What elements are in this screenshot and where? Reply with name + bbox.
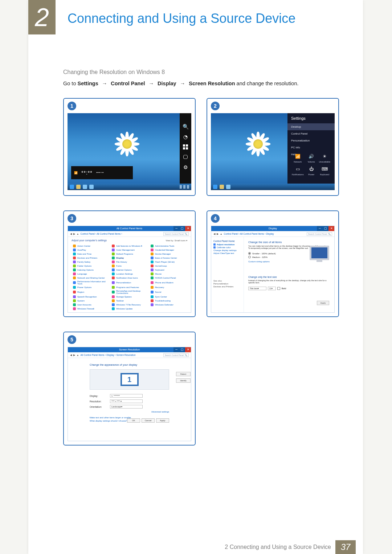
cp-item[interactable]: Flash Player (32-bit)	[151, 260, 186, 263]
cp-item[interactable]: Action Center	[73, 245, 108, 247]
cp-item[interactable]: Notification Area Icons	[112, 276, 147, 279]
cp-item[interactable]: Storage Spaces	[112, 295, 147, 298]
tile-power[interactable]: ⏻Power	[307, 166, 316, 176]
cp-item[interactable]: AutoPlay	[73, 249, 108, 251]
close-button[interactable]: ✕	[185, 347, 191, 352]
cp-item[interactable]: Troubleshooting	[151, 299, 186, 302]
cp-item[interactable]: Family Safety	[73, 260, 108, 263]
maximize-button[interactable]: ▢	[179, 347, 185, 352]
cp-item[interactable]: Folder Options	[73, 264, 108, 267]
item-select[interactable]: Title bars ▾	[248, 287, 266, 290]
cp-item[interactable]: Network and Sharing Center	[73, 276, 108, 279]
tile-network[interactable]: 📶Network	[292, 153, 304, 163]
cp-item[interactable]: Display	[112, 257, 147, 259]
cp-item[interactable]: RemoteApp and Desktop Connections	[112, 290, 147, 294]
cp-item[interactable]: Programs and Features	[112, 286, 147, 289]
ok-button[interactable]: OK	[127, 418, 140, 423]
settings-item-desktop[interactable]: Desktop	[287, 123, 335, 130]
close-button[interactable]: ✕	[185, 226, 191, 231]
search-box[interactable]: Search Control Panel 🔍	[307, 232, 332, 236]
breadcrumb[interactable]: Control Panel › All Control Panel Items …	[224, 233, 274, 235]
cp-item[interactable]: Date and Time	[73, 253, 108, 255]
minimize-button[interactable]: ─	[173, 226, 179, 231]
monitor-preview[interactable]: 1	[121, 373, 139, 386]
nav-fwd-icon[interactable]: ▶	[73, 233, 75, 235]
tile-brightness[interactable]: ☀Unavailable	[319, 153, 330, 163]
start-icon[interactable]	[183, 144, 188, 149]
cp-item[interactable]: Sound	[151, 290, 186, 294]
nav-back-icon[interactable]: ◀	[213, 233, 215, 235]
sidebar-adjust-resolution[interactable]: Adjust resolution	[213, 243, 241, 246]
orientation-select[interactable]: Landscape ▾	[110, 405, 143, 409]
tile-notifications[interactable]: ▭Notifications	[292, 166, 304, 176]
settings-item-personalization[interactable]: Personalization	[287, 137, 335, 144]
settings-icon[interactable]: ⚙	[183, 165, 188, 170]
nav-up-icon[interactable]: ▲	[220, 233, 222, 235]
devices-icon[interactable]: 🖵	[183, 155, 188, 160]
cp-item[interactable]: Recovery	[151, 286, 186, 289]
breadcrumb[interactable]: All Control Panel Items › Display › Scre…	[80, 354, 135, 356]
cancel-button[interactable]: Cancel	[142, 418, 155, 423]
identify-button[interactable]: Identify	[176, 378, 191, 383]
cp-item[interactable]: Windows Defender	[151, 303, 186, 306]
tile-volume[interactable]: 🔊Volume	[307, 153, 316, 163]
view-by[interactable]: View by: Small icons ▾	[166, 239, 187, 242]
cp-item[interactable]: File History	[112, 260, 147, 263]
display-select[interactable]: 1. ********	[110, 394, 143, 398]
nav-fwd-icon[interactable]: ▶	[73, 354, 75, 357]
detect-button[interactable]: Detect	[176, 372, 191, 376]
taskbar-app-icon[interactable]	[89, 185, 94, 189]
cp-item[interactable]: Keyboard	[151, 268, 186, 271]
ie-icon[interactable]	[213, 185, 217, 189]
cp-item[interactable]: Performance Information and Tools	[73, 280, 108, 285]
tile-keyboard[interactable]: ⌨Keyboard	[319, 166, 330, 176]
cp-item[interactable]: Devices and Printers	[73, 257, 108, 259]
cp-item[interactable]: Default Programs	[112, 253, 147, 255]
tray-icon[interactable]	[187, 185, 189, 189]
cp-item[interactable]: Administrative Tools	[151, 245, 186, 247]
maximize-button[interactable]: ▢	[323, 226, 328, 231]
search-box[interactable]: Search Control Panel 🔍	[163, 353, 189, 357]
bold-checkbox[interactable]	[277, 287, 280, 290]
cp-item[interactable]: Region	[73, 290, 108, 294]
cp-item[interactable]: User Accounts	[73, 303, 108, 306]
search-box[interactable]: Search Control Panel 🔍	[163, 232, 189, 236]
settings-item-control-panel[interactable]: Control Panel	[287, 130, 335, 137]
close-button[interactable]: ✕	[328, 226, 334, 231]
taskbar-app-icon[interactable]	[226, 185, 230, 189]
cp-item[interactable]: HomeGroup	[151, 264, 186, 267]
minimize-button[interactable]: ─	[173, 347, 179, 352]
see-also-devices[interactable]: Devices and Printers	[213, 286, 241, 288]
taskbar-app-icon[interactable]	[83, 185, 87, 189]
apply-button[interactable]: Apply	[156, 418, 169, 423]
advanced-settings-link[interactable]: Advanced settings	[90, 411, 169, 413]
resolution-select[interactable]: **** × **** ▾	[110, 399, 143, 403]
cp-item[interactable]: Device Manager	[151, 253, 186, 255]
cp-item[interactable]: Fonts	[112, 264, 147, 267]
cp-item[interactable]: Windows Update	[112, 307, 147, 310]
nav-up-icon[interactable]: ▲	[77, 233, 79, 235]
share-icon[interactable]: ◔	[183, 134, 188, 139]
cp-item[interactable]: Speech Recognition	[73, 295, 108, 298]
size-select[interactable]: 11 ▾	[268, 287, 276, 290]
sidebar-change-display[interactable]: Change display settings	[213, 249, 241, 251]
apply-button[interactable]: Apply	[317, 301, 329, 305]
cp-item[interactable]: Location Settings	[112, 272, 147, 275]
nav-fwd-icon[interactable]: ▶	[217, 233, 219, 235]
sidebar-calibrate-color[interactable]: Calibrate color	[213, 246, 241, 249]
tray-icon[interactable]	[180, 185, 182, 189]
nav-back-icon[interactable]: ◀	[70, 354, 72, 357]
nav-up-icon[interactable]: ▲	[77, 354, 79, 356]
cp-item[interactable]: Windows 7 File Recovery	[112, 303, 147, 306]
search-icon[interactable]: 🔍	[183, 124, 189, 129]
sidebar-cleartype[interactable]: Adjust ClearType text	[213, 252, 241, 254]
nav-back-icon[interactable]: ◀	[70, 233, 72, 235]
explorer-icon[interactable]	[220, 185, 224, 189]
cp-item[interactable]: Language	[73, 272, 108, 275]
ie-icon[interactable]	[70, 185, 74, 189]
cp-item[interactable]: Indexing Options	[73, 268, 108, 271]
cp-item[interactable]: Taskbar	[112, 299, 147, 302]
cp-item[interactable]: Mouse	[151, 272, 186, 275]
control-panel-home-link[interactable]: Control Panel Home	[213, 240, 241, 242]
cp-item[interactable]: Color Management	[112, 249, 147, 251]
